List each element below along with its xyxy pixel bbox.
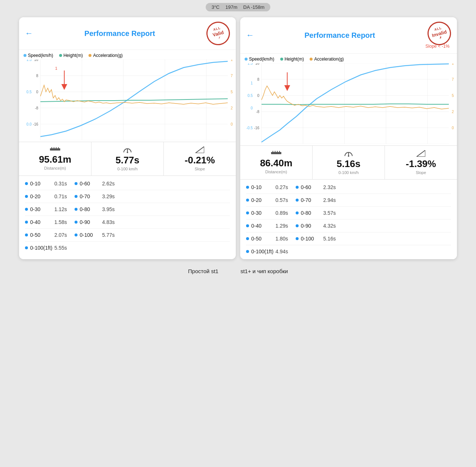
right-time-row-0: 0-10 0.27s 0-60 2.32s [246,181,451,194]
svg-text:100: 100 [452,63,454,65]
svg-text:-8: -8 [256,110,259,114]
top-status-bar: 3°C 197m DA -158m [206,3,270,11]
right-slope-label: Slope [416,170,426,175]
r-height-dot [280,58,283,61]
svg-text:0.5: 0.5 [248,94,253,98]
svg-text:1: 1 [55,66,57,70]
r-accel-label: Acceleration(g) [314,57,344,62]
height-label: Height(m) [64,53,83,58]
right-slope-cell: -1.39% Slope [385,146,457,179]
left-stats-row: 95.61m Distance(m) 5.77s 0-100 km/h -0.2… [19,142,236,176]
right-time-row-2: 0-30 0.89s 0-80 3.57s [246,207,451,220]
left-slope-value: -0.21% [185,155,215,166]
speed-dot [24,54,26,57]
svg-rect-28 [54,147,54,149]
svg-text:0: 0 [257,94,259,98]
svg-text:0: 0 [250,106,253,110]
svg-rect-63 [273,151,273,152]
right-slope-value: -1.39% [406,158,436,170]
svg-text:75: 75 [231,74,233,78]
ruler-icon [50,146,60,152]
svg-text:75: 75 [452,77,454,82]
svg-text:8: 8 [257,77,259,82]
svg-text:1: 1 [250,81,253,85]
svg-text:16: 16 [34,59,39,62]
speed-label: Speed(km/h) [28,53,53,58]
svg-text:-16: -16 [33,122,39,126]
left-chart-svg: 16 8 0 -8 -16 1.5 0.5 0.0 100 75 50 25 0 [22,59,233,140]
r-speed-label: Speed(km/h) [249,57,274,62]
right-caption: st1+ и чип коробки [241,268,288,274]
right-header: ← Performance Report ALL Invalid ✗ Slope… [240,17,457,54]
r-legend-speed: Speed(km/h) [245,57,274,62]
right-time-row-1: 0-20 0.57s 0-70 2.94s [246,194,451,207]
legend-height: Height(m) [59,53,83,58]
legend-accel: Acceleration(g) [89,53,123,58]
right-legend: Speed(km/h) Height(m) Acceleration(g) [243,57,454,62]
r-ruler-icon [271,150,281,156]
left-time-value: 5.77s [115,155,139,166]
svg-point-32 [127,152,128,153]
right-panel: ← Performance Report ALL Invalid ✗ Slope… [240,17,457,259]
r-speedometer-icon [344,150,353,157]
r-speed-dot [245,58,248,61]
r-accel-dot [310,58,313,61]
svg-text:8: 8 [36,74,38,78]
svg-text:50: 50 [231,90,233,94]
left-chart: 16 8 0 -8 -16 1.5 0.5 0.0 100 75 50 25 0 [22,59,233,140]
svg-text:0: 0 [36,90,38,94]
temp-reading: 3°C [212,4,220,10]
svg-rect-29 [56,147,57,149]
svg-text:-16: -16 [254,126,260,130]
legend-speed: Speed(km/h) [24,53,53,58]
left-times-list: 0-10 0.31s 0-60 2.62s 0-20 0.71s 0-70 3.… [19,176,236,256]
svg-text:0.0: 0.0 [26,122,32,126]
svg-text:25: 25 [231,106,233,110]
left-panel: ← Performance Report ALL Valid ✓ Speed(k… [19,17,236,259]
left-distance-cell: 95.61m Distance(m) [19,142,91,175]
svg-text:1.5: 1.5 [26,59,32,62]
right-time-cell: 5.16s 0-100 km/h [313,146,385,179]
right-back-button[interactable]: ← [246,30,254,40]
svg-rect-27 [51,147,52,149]
right-time-label: 0-100 km/h [338,170,358,175]
left-time-label: 0-100 km/h [117,167,137,171]
right-time-row-3: 0-40 1.29s 0-90 4.32s [246,220,451,232]
right-distance-value: 86.40m [260,158,292,169]
svg-text:100: 100 [231,59,233,62]
left-time-cell: 5.77s 0-100 km/h [91,142,164,175]
svg-text:-0.5: -0.5 [246,126,253,130]
left-stamp: ALL Valid ✓ [204,19,232,48]
svg-text:-8: -8 [35,106,38,110]
caption-row: Простой st1 st1+ и чип коробки [188,262,288,277]
right-time-row-4: 0-50 1.80s 0-100 5.16s [246,232,451,245]
accel-label: Acceleration(g) [93,53,123,58]
left-distance-label: Distance(m) [44,166,66,170]
left-time-row-1: 0-20 0.71s 0-70 3.29s [25,190,230,203]
right-panel-title: Performance Report [259,31,421,40]
panels-container: ← Performance Report ALL Valid ✓ Speed(k… [0,14,476,262]
left-time-row-0: 0-10 0.31s 0-60 2.62s [25,177,230,190]
svg-text:1.5: 1.5 [248,63,253,65]
svg-rect-64 [275,151,275,152]
left-chart-area: Speed(km/h) Height(m) Acceleration(g) [19,50,236,142]
right-stats-row: 86.40m Distance(m) 5.16s 0-100 km/h -1.3… [240,145,457,180]
svg-text:0.5: 0.5 [26,90,32,94]
left-back-button[interactable]: ← [25,29,33,38]
svg-rect-65 [277,151,278,152]
right-time-value: 5.16s [336,158,360,170]
left-legend: Speed(km/h) Height(m) Acceleration(g) [22,53,233,58]
right-times-list: 0-10 0.27s 0-60 2.32s 0-20 0.57s 0-70 2.… [240,180,457,259]
left-slope-label: Slope [195,167,205,171]
svg-text:0: 0 [452,126,454,130]
left-distance-value: 95.61m [39,154,71,165]
da-reading: DA -158m [243,4,264,10]
svg-text:50: 50 [452,94,454,98]
right-time-row-5: 0-100(1ft) 4.94s [246,245,451,258]
right-distance-label: Distance(m) [265,170,287,174]
r-legend-accel: Acceleration(g) [310,57,344,62]
left-slope-cell: -0.21% Slope [164,142,236,175]
left-time-row-3: 0-40 1.58s 0-90 4.83s [25,216,230,229]
left-time-row-2: 0-30 1.12s 0-80 3.95s [25,203,230,216]
speedometer-icon [123,146,132,153]
